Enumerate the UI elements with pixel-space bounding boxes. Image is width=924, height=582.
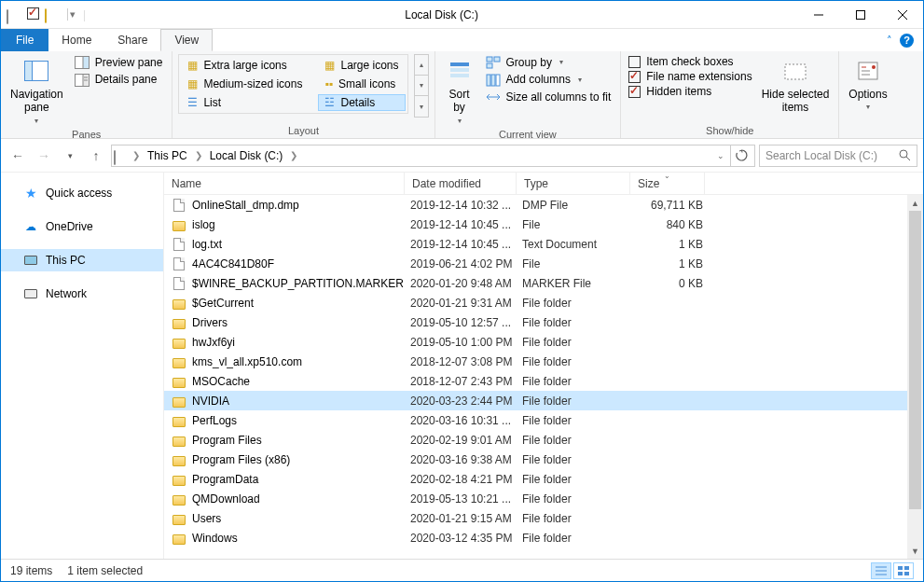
header-date[interactable]: Date modified <box>405 173 517 194</box>
options-button[interactable]: Options ▾ <box>845 54 890 114</box>
sort-indicator-icon: ⌄ <box>664 173 670 180</box>
cell-date: 2020-02-18 4:21 PM <box>410 473 522 486</box>
folder-icon <box>172 394 186 409</box>
up-button[interactable]: ↑ <box>85 145 107 167</box>
file-icon <box>172 256 186 271</box>
statusbar-details-view[interactable] <box>871 562 891 579</box>
header-size[interactable]: Size⌄ <box>630 173 705 194</box>
scroll-up-icon[interactable]: ▲ <box>907 195 923 211</box>
cell-type: File folder <box>522 297 636 310</box>
chevron-right-icon[interactable]: ❯ <box>193 150 204 160</box>
cell-type: File folder <box>522 316 636 329</box>
qat-properties-checkbox[interactable] <box>27 7 39 22</box>
tab-share[interactable]: Share <box>104 29 160 51</box>
breadcrumb-thispc[interactable]: This PC <box>144 147 191 164</box>
maximize-button[interactable] <box>839 1 881 29</box>
layout-scroll[interactable]: ▴▾▾ <box>414 54 429 118</box>
table-row[interactable]: NVIDIA2020-03-23 2:44 PMFile folder <box>164 391 923 410</box>
hide-selected-button[interactable]: Hide selected items <box>758 54 834 117</box>
tab-file[interactable]: File <box>1 29 48 51</box>
recent-dropdown[interactable]: ▾ <box>59 145 81 167</box>
table-row[interactable]: QMDownload2019-05-13 10:21 ...File folde… <box>164 489 923 508</box>
scroll-thumb[interactable] <box>909 211 921 509</box>
layout-large[interactable]: ▦Large icons <box>318 57 405 74</box>
layout-medium[interactable]: ▦Medium-sized icons <box>181 76 309 92</box>
window-title: Local Disk (C:) <box>86 8 797 21</box>
table-row[interactable]: Program Files2020-02-19 9:01 AMFile fold… <box>164 430 923 450</box>
scroll-down-icon[interactable]: ▼ <box>907 543 923 559</box>
cell-date: 2019-12-14 10:32 ... <box>410 199 522 212</box>
header-type[interactable]: Type <box>517 173 630 194</box>
size-columns-button[interactable]: Size all columns to fit <box>482 89 615 105</box>
tab-home[interactable]: Home <box>48 29 104 51</box>
table-row[interactable]: Program Files (x86)2020-03-16 9:38 AMFil… <box>164 450 923 469</box>
table-row[interactable]: 4AC4C841D80F2019-06-21 4:02 PMFile1 KB <box>164 254 923 273</box>
table-row[interactable]: $GetCurrent2020-01-21 9:31 AMFile folder <box>164 293 923 312</box>
file-extensions-toggle[interactable]: File name extensions <box>627 69 753 84</box>
sort-by-button[interactable]: Sort by ▾ <box>441 54 478 127</box>
layout-details[interactable]: ☳Details <box>318 94 405 111</box>
table-row[interactable]: islog2019-12-14 10:45 ...File840 KB <box>164 215 923 234</box>
breadcrumb-localdisk[interactable]: Local Disk (C:) <box>206 147 287 164</box>
header-name[interactable]: Name <box>164 173 405 194</box>
table-row[interactable]: kms_vl_all.xp510.com2018-12-07 3:08 PMFi… <box>164 352 923 371</box>
back-button[interactable]: ← <box>7 145 29 167</box>
layout-small[interactable]: ▪▪Small icons <box>318 76 405 92</box>
table-row[interactable]: PerfLogs2020-03-16 10:31 ...File folder <box>164 410 923 430</box>
qat-folder-icon[interactable] <box>45 7 60 22</box>
chevron-right-icon[interactable]: ❯ <box>288 150 299 160</box>
table-row[interactable]: OnlineStall_dmp.dmp2019-12-14 10:32 ...D… <box>164 195 923 215</box>
hidden-items-toggle[interactable]: Hidden items <box>627 84 753 99</box>
cell-type: File folder <box>522 492 636 506</box>
minimize-button[interactable] <box>797 1 839 29</box>
cell-date: 2019-05-13 10:21 ... <box>410 492 522 506</box>
folder-icon <box>172 472 186 487</box>
refresh-button[interactable] <box>730 145 752 167</box>
qat-dropdown[interactable]: ▾ <box>67 8 77 21</box>
add-columns-button[interactable]: Add columns▾ <box>482 71 615 88</box>
preview-pane-button[interactable]: Preview pane <box>71 54 167 71</box>
forward-button[interactable]: → <box>33 145 55 167</box>
search-icon[interactable] <box>899 149 911 161</box>
table-row[interactable]: log.txt2019-12-14 10:45 ...Text Document… <box>164 234 923 254</box>
chevron-right-icon[interactable]: ❯ <box>131 150 142 160</box>
item-checkboxes-toggle[interactable]: Item check boxes <box>627 54 753 69</box>
svg-rect-20 <box>496 75 500 86</box>
table-row[interactable]: MSOCache2018-12-07 2:43 PMFile folder <box>164 371 923 391</box>
svg-rect-19 <box>491 75 495 86</box>
vertical-scrollbar[interactable]: ▲ ▼ <box>907 195 923 559</box>
navitem-thispc[interactable]: This PC <box>1 249 163 271</box>
table-row[interactable]: $WINRE_BACKUP_PARTITION.MARKER2020-01-20… <box>164 273 923 293</box>
cell-name: islog <box>192 218 410 231</box>
cell-date: 2019-05-10 1:00 PM <box>410 336 522 349</box>
table-row[interactable]: Windows2020-03-12 4:35 PMFile folder <box>164 528 923 547</box>
cell-type: MARKER File <box>522 277 636 290</box>
navitem-quick-access[interactable]: ★Quick access <box>1 182 163 204</box>
search-input[interactable]: Search Local Disk (C:) <box>759 145 917 167</box>
address-dropdown[interactable]: ⌄ <box>711 151 730 160</box>
group-by-button[interactable]: Group by▾ <box>482 54 615 71</box>
address-bar[interactable]: ❯ This PC ❯ Local Disk (C:) ❯ ⌄ <box>111 145 755 167</box>
navitem-network[interactable]: Network <box>1 283 163 305</box>
search-placeholder: Search Local Disk (C:) <box>765 149 877 162</box>
collapse-ribbon-icon[interactable]: ˄ <box>887 35 892 47</box>
tab-view[interactable]: View <box>160 29 213 51</box>
cell-size: 0 KB <box>636 277 703 290</box>
help-icon[interactable]: ? <box>900 34 914 48</box>
statusbar-thumbnails-view[interactable] <box>893 562 914 579</box>
table-row[interactable]: ProgramData2020-02-18 4:21 PMFile folder <box>164 469 923 489</box>
layout-gallery[interactable]: ▦Extra large icons ▦Large icons ▦Medium-… <box>178 54 407 114</box>
group-label-layout: Layout <box>178 123 428 138</box>
layout-list[interactable]: ☰List <box>181 94 309 111</box>
table-row[interactable]: Users2020-01-21 9:15 AMFile folder <box>164 508 923 528</box>
cell-type: File folder <box>522 473 636 486</box>
table-row[interactable]: Drivers2019-05-10 12:57 ...File folder <box>164 312 923 332</box>
cell-date: 2020-01-21 9:31 AM <box>410 297 522 310</box>
folder-icon <box>172 433 186 448</box>
navigation-pane-button[interactable]: Navigation pane ▾ <box>7 54 67 127</box>
table-row[interactable]: hwJxf6yi2019-05-10 1:00 PMFile folder <box>164 332 923 352</box>
details-pane-button[interactable]: Details pane <box>71 71 167 88</box>
layout-extra-large[interactable]: ▦Extra large icons <box>181 57 309 74</box>
close-button[interactable] <box>881 1 923 29</box>
navitem-onedrive[interactable]: ☁OneDrive <box>1 215 163 238</box>
